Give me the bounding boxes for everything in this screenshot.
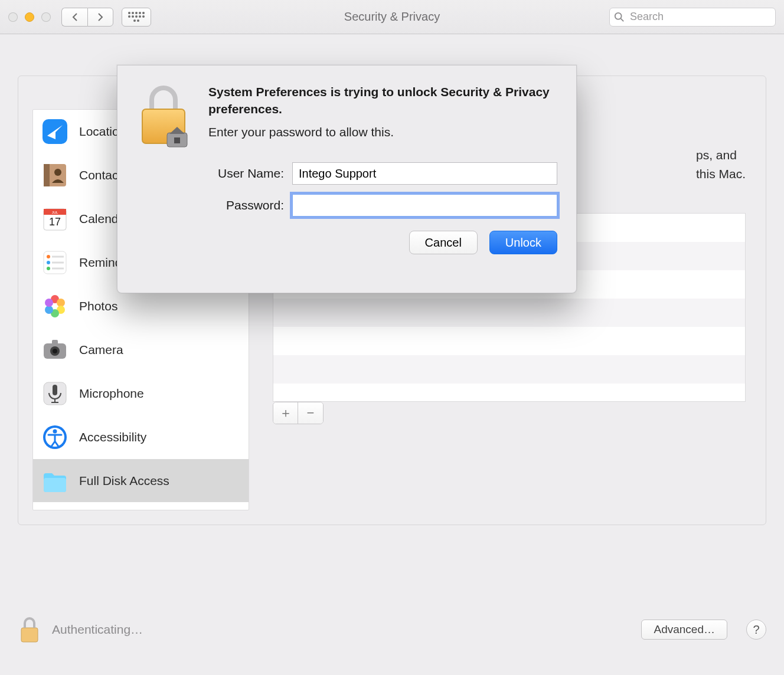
sidebar-item-label: Microphone	[79, 386, 144, 401]
svg-point-27	[53, 349, 57, 353]
search-icon	[614, 12, 625, 22]
sidebar-item-fulldisk[interactable]: Full Disk Access	[33, 459, 249, 503]
lock-icon[interactable]	[18, 615, 41, 644]
show-all-button[interactable]	[122, 8, 151, 27]
footer: Authenticating… Advanced… ?	[18, 615, 766, 644]
search-wrap	[609, 8, 776, 27]
contacts-icon	[41, 162, 68, 189]
svg-point-23	[45, 299, 53, 307]
username-input[interactable]	[292, 162, 557, 185]
auth-dialog: System Preferences is trying to unlock S…	[117, 65, 577, 293]
svg-point-19	[57, 299, 65, 307]
desc-line2: this Mac.	[696, 167, 746, 181]
password-input[interactable]	[292, 194, 557, 217]
photos-icon	[41, 293, 68, 320]
add-remove-buttons: ＋ −	[273, 402, 324, 424]
remove-button[interactable]: −	[298, 402, 323, 424]
desc-line1: ps, and	[696, 148, 737, 162]
svg-line-1	[621, 18, 624, 21]
minimize-button[interactable]	[25, 12, 34, 22]
camera-icon	[41, 336, 68, 363]
location-icon	[41, 118, 68, 145]
list-row	[273, 299, 745, 327]
description-text: ps, and this Mac.	[696, 146, 746, 183]
sidebar-item-camera[interactable]: Camera	[33, 328, 249, 372]
zoom-button[interactable]	[41, 12, 51, 22]
svg-point-11	[47, 255, 50, 258]
folder-icon	[41, 467, 68, 494]
sidebar-item-microphone[interactable]: Microphone	[33, 372, 249, 415]
svg-rect-29	[53, 385, 57, 395]
toolbar: Security & Privacy	[0, 0, 784, 34]
sidebar-item-label: Full Disk Access	[79, 474, 169, 488]
password-label: Password:	[208, 198, 292, 212]
chevron-left-icon	[71, 12, 79, 22]
dialog-heading: System Preferences is trying to unlock S…	[208, 83, 557, 118]
list-row	[273, 355, 745, 384]
footer-status: Authenticating…	[52, 622, 143, 637]
svg-rect-4	[44, 164, 50, 186]
svg-rect-35	[44, 478, 66, 492]
window-body: Location Services Contacts JUL17 Calenda…	[0, 34, 784, 675]
username-label: User Name:	[208, 166, 292, 181]
svg-point-12	[47, 261, 50, 264]
sidebar-item-label: Accessibility	[79, 430, 146, 444]
search-input[interactable]	[609, 8, 776, 27]
svg-text:JUL: JUL	[52, 211, 58, 214]
sidebar-item-label: Camera	[79, 343, 123, 357]
list-row	[273, 327, 745, 355]
chevron-right-icon	[97, 12, 104, 22]
window-controls	[8, 12, 51, 22]
svg-point-22	[45, 306, 53, 314]
microphone-icon	[41, 380, 68, 407]
svg-text:17: 17	[49, 216, 61, 228]
svg-point-5	[54, 169, 61, 176]
svg-rect-40	[174, 137, 180, 143]
unlock-button[interactable]: Unlock	[489, 231, 557, 254]
reminders-icon	[41, 249, 68, 276]
sidebar-item-accessibility[interactable]: Accessibility	[33, 415, 249, 459]
add-button[interactable]: ＋	[273, 402, 298, 424]
close-button[interactable]	[8, 12, 18, 22]
advanced-button[interactable]: Advanced…	[641, 620, 727, 640]
dialog-subheading: Enter your password to allow this.	[208, 125, 557, 139]
cancel-button[interactable]: Cancel	[409, 231, 478, 254]
svg-rect-36	[21, 628, 38, 642]
calendar-icon: JUL17	[41, 205, 68, 232]
svg-rect-25	[52, 340, 58, 345]
accessibility-icon	[41, 424, 68, 451]
svg-point-34	[53, 429, 57, 433]
sidebar-item-label: Photos	[79, 299, 117, 313]
help-button[interactable]: ?	[746, 620, 766, 640]
svg-point-13	[47, 267, 50, 270]
back-button[interactable]	[61, 8, 87, 27]
svg-point-0	[615, 12, 622, 19]
auth-lock-icon	[136, 83, 191, 148]
forward-button[interactable]	[87, 8, 113, 27]
nav-buttons	[61, 8, 113, 27]
